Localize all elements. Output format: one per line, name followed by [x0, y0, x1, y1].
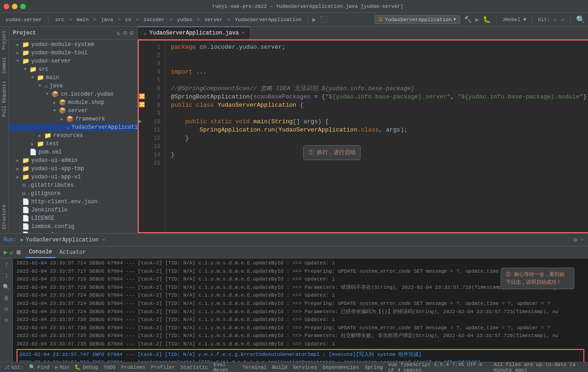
- gutter-7-run[interactable]: 🔀: [139, 93, 146, 101]
- code-editor[interactable]: package cn.iocoder.yudao.server; import …: [165, 40, 588, 233]
- tree-item-src[interactable]: ▼ 📁 src: [9, 65, 137, 74]
- tree-item-jenkinsfile[interactable]: ▶ 📄 Jenkinsfile: [9, 206, 137, 214]
- config-icon: ⚙: [22, 182, 26, 189]
- tree-item-main[interactable]: ▼ 📁 main: [9, 74, 137, 82]
- stop-icon[interactable]: ⏹: [15, 249, 22, 256]
- tree-item-test[interactable]: ▶ 📁 test: [9, 140, 137, 148]
- tree-item-lombok-config[interactable]: ▶ 📄 lombok.config: [9, 223, 137, 231]
- run-icon[interactable]: ▶: [312, 16, 316, 23]
- tree-item-server[interactable]: ▼ 📦 server: [9, 107, 137, 115]
- toolbar-yudao[interactable]: yudao: [174, 16, 195, 23]
- toolbar-sep-5: [570, 16, 571, 23]
- tree-item-gitignore[interactable]: ▶ ⚙ .gitignore: [9, 189, 137, 198]
- settings-icon[interactable]: ⚙: [130, 29, 134, 37]
- window-controls[interactable]: [4, 4, 26, 9]
- close-button[interactable]: [4, 4, 9, 9]
- stop-icon[interactable]: ⬛: [320, 16, 328, 23]
- folder-icon: 📦: [66, 115, 74, 123]
- todo-status[interactable]: TODO: [103, 365, 115, 370]
- editor-gutter: 🔀 🔀 ▶: [138, 40, 147, 233]
- tree-item-ui-admin[interactable]: ▶ 📁 yudao-ui-admin: [9, 156, 137, 165]
- tree-item-resources[interactable]: ▶ 📁 resources: [9, 132, 137, 140]
- debug-btn[interactable]: 🐛: [483, 16, 491, 23]
- console-content: 2022-02-04 23:33:57.714 DEBUG 67604 --- …: [13, 258, 588, 362]
- tree-item-ui-app-v1[interactable]: ▶ 📁 yudao-ui-app-v1: [9, 173, 137, 181]
- statistic-status[interactable]: Statistic: [181, 365, 208, 370]
- spring-status[interactable]: Spring: [365, 365, 383, 370]
- run-config-dropdown[interactable]: ☰ YudaoServerApplication ▼: [374, 15, 460, 24]
- run-label: Run:: [4, 237, 17, 243]
- window-title: ruoyi-vue-pro-2022 – YudaoServerApplicat…: [31, 4, 584, 9]
- git-status[interactable]: ⎇ Git:: [4, 364, 23, 370]
- toolbar-app[interactable]: YudaoServerApplication: [232, 16, 304, 23]
- code-line-14: }: [171, 151, 588, 159]
- tree-item-http-client[interactable]: ▶ 📄 http-client.env.json: [9, 198, 137, 206]
- toolbar-java[interactable]: java: [98, 16, 116, 23]
- collapse-icon[interactable]: ⊟: [123, 29, 127, 37]
- actuator-tab[interactable]: Actuator: [56, 247, 90, 258]
- tree-item-module-shop[interactable]: ▶ 📦 module.shop: [9, 98, 137, 107]
- problems-status[interactable]: Problems: [121, 365, 146, 370]
- tree-item-license[interactable]: ▶ 📄 LICENSE: [9, 214, 137, 223]
- find-status[interactable]: 🔍 Find: [29, 364, 49, 370]
- structure-tab[interactable]: Structure: [1, 201, 8, 233]
- log-line-6: 2022-02-04 23:33:57.724 DEBUG 67604 --- …: [17, 300, 584, 308]
- tree-item-pom-server[interactable]: ▶ 📄 pom.xml: [9, 148, 137, 156]
- scroll-top-icon[interactable]: ⤴: [2, 260, 11, 269]
- tree-item-ui-app-tmp[interactable]: ▶ 📁 yudao-ui-app-tmp: [9, 165, 137, 173]
- gutter-10-run[interactable]: ▶: [139, 118, 146, 126]
- toolbar-server[interactable]: server: [202, 16, 226, 23]
- maximize-button[interactable]: [20, 4, 26, 9]
- services-status[interactable]: Services: [293, 365, 317, 370]
- run-close-icon[interactable]: ×: [102, 237, 105, 243]
- run-status[interactable]: ▶ Run: [55, 364, 69, 370]
- requests-tab[interactable]: Pull Requests: [1, 77, 8, 120]
- tree-item-module-tool[interactable]: ▶ 📁 yudao-module-tool: [9, 49, 137, 57]
- console-tab[interactable]: Console: [25, 247, 56, 258]
- fold-icon[interactable]: ⊟: [2, 304, 11, 314]
- terminal-status[interactable]: Terminal: [243, 365, 267, 370]
- code-line-2: [171, 52, 588, 60]
- tree-item-framework[interactable]: ▶ 📦 framework: [9, 115, 137, 123]
- play-icon[interactable]: ▶: [4, 248, 7, 256]
- gutter-8-run[interactable]: 🔀: [139, 101, 146, 109]
- tree-item-module-system[interactable]: ▶ 📁 yudao-module-system: [9, 40, 137, 49]
- tree-item-cn-iocoder[interactable]: ▼ 📦 cn.iocoder.yudao: [9, 90, 137, 98]
- sync-icon[interactable]: ↻: [117, 29, 120, 37]
- gutter-1: [139, 43, 146, 52]
- eval-reset-status[interactable]: Eval Reset: [214, 362, 237, 372]
- settings-icon[interactable]: ⚙: [2, 315, 11, 325]
- scroll-bottom-icon[interactable]: ⤵: [2, 271, 11, 280]
- toolbar-main[interactable]: main: [74, 16, 91, 23]
- tree-item-yudao-server[interactable]: ▼ 📁 yudao-server: [9, 57, 137, 65]
- clear-icon[interactable]: 🗑: [2, 293, 11, 303]
- build-icon[interactable]: 🔨: [464, 16, 472, 23]
- git-label[interactable]: Git:: [538, 17, 550, 23]
- filter-icon[interactable]: 🔍: [2, 282, 11, 292]
- editor-tab-yudao[interactable]: ☕ YudaoServerApplication.java ×: [138, 27, 250, 39]
- toolbar-project[interactable]: yudao-server: [3, 16, 45, 23]
- settings-icon[interactable]: ⚙: [573, 236, 577, 244]
- tree-item-java[interactable]: ▼ ☕ java: [9, 82, 137, 90]
- project-tab[interactable]: Project: [1, 27, 8, 53]
- main-toolbar: yudao-server src > main > java > cn > io…: [0, 13, 588, 27]
- search-icon[interactable]: 🔍: [576, 15, 585, 24]
- minimize-button[interactable]: [12, 4, 17, 9]
- dependencies-status[interactable]: Dependencies: [322, 365, 359, 370]
- status-all-files: All files are up-to-date (a minute ago): [494, 362, 584, 372]
- toolbar-cn[interactable]: cn: [123, 16, 134, 23]
- status-bar: ⎇ Git: 🔍 Find ▶ Run 🐛 Debug TODO Problem…: [0, 362, 588, 372]
- build-status[interactable]: Build: [272, 365, 287, 370]
- toolbar-iocoder[interactable]: iocoder: [141, 16, 167, 23]
- tree-item-yudao-app[interactable]: ▶ ☕ YudaoServerApplication: [9, 123, 137, 132]
- rerun-icon[interactable]: ↺: [9, 248, 13, 256]
- profiler-status[interactable]: Profiler: [151, 365, 175, 370]
- run-btn[interactable]: ▶: [475, 16, 479, 23]
- tree-item-gitattributes[interactable]: ▶ ⚙ .gitattributes: [9, 181, 137, 189]
- commit-tab[interactable]: Commit: [1, 53, 8, 77]
- jrebel-label[interactable]: JRebel ▼: [502, 17, 526, 23]
- toolbar-src[interactable]: src: [52, 16, 67, 23]
- minimize-panel-icon[interactable]: —: [581, 236, 584, 244]
- debug-status[interactable]: 🐛 Debug: [74, 364, 98, 370]
- tab-close-button[interactable]: ×: [242, 30, 245, 36]
